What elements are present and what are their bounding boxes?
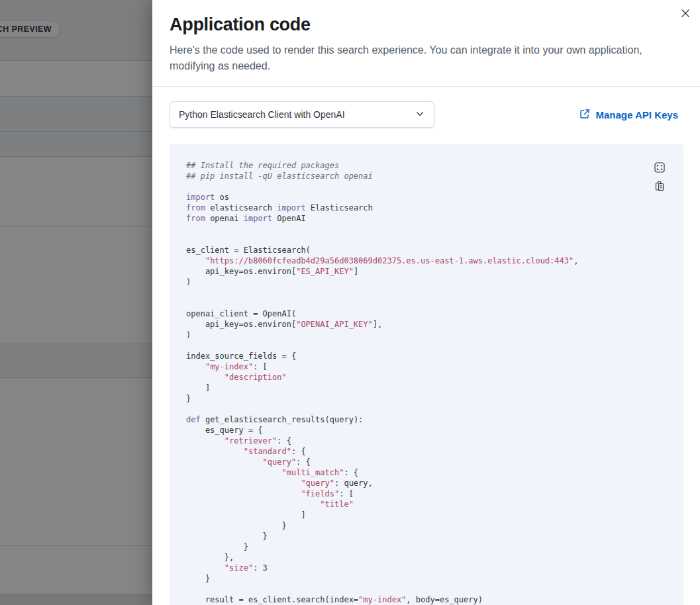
fullscreen-icon xyxy=(654,162,665,173)
code-panel: ## Install the required packages## pip i… xyxy=(170,144,683,605)
copy-code-button[interactable] xyxy=(654,181,665,191)
modal-subtitle: Here's the code used to render this sear… xyxy=(170,42,660,74)
copy-icon xyxy=(654,181,665,191)
fullscreen-code-button[interactable] xyxy=(654,162,665,173)
modal-body: Python Elasticsearch Client with OpenAI … xyxy=(152,87,700,605)
modal-header: Application code Here's the code used to… xyxy=(152,0,700,87)
language-select[interactable]: Python Elasticsearch Client with OpenAI xyxy=(170,101,434,128)
manage-api-keys-label: Manage API Keys xyxy=(596,109,679,120)
chevron-down-icon xyxy=(415,109,425,120)
controls-row: Python Elasticsearch Client with OpenAI … xyxy=(170,101,683,128)
close-icon xyxy=(681,9,689,19)
code-panel-actions xyxy=(654,162,665,191)
code-content: ## Install the required packages## pip i… xyxy=(186,160,667,605)
external-link-icon xyxy=(579,109,590,121)
modal-title: Application code xyxy=(170,15,660,35)
application-code-modal: Application code Here's the code used to… xyxy=(152,0,700,605)
manage-api-keys-link[interactable]: Manage API Keys xyxy=(579,109,679,121)
language-select-value: Python Elasticsearch Client with OpenAI xyxy=(179,109,345,120)
close-button[interactable] xyxy=(677,6,693,22)
